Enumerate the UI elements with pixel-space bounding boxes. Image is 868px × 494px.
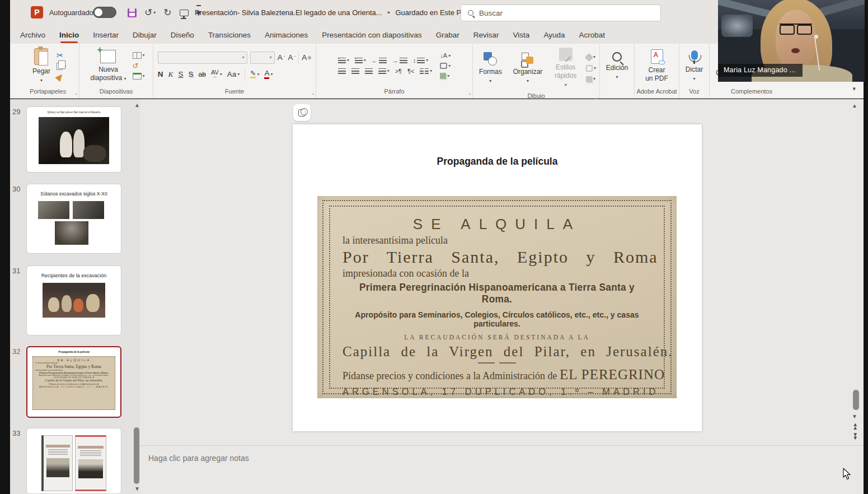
smartart-button[interactable]: ▾ bbox=[440, 73, 451, 79]
ltr-direction-button[interactable]: >¶ bbox=[395, 68, 402, 74]
line-spacing-button[interactable]: ↕▾ bbox=[413, 58, 429, 64]
decrease-indent-button[interactable]: ← bbox=[372, 58, 387, 64]
align-text-button[interactable]: ▾ bbox=[440, 63, 451, 69]
undo-button[interactable]: ↺▾ bbox=[144, 6, 156, 20]
redo-button[interactable]: ↻ bbox=[163, 6, 171, 20]
tab-revisar[interactable]: Revisar bbox=[473, 31, 499, 39]
increase-indent-button[interactable]: → bbox=[392, 58, 407, 64]
acrobat-group-label: Adobe Acrobat bbox=[635, 87, 679, 98]
shape-effects-button[interactable]: ▾ bbox=[586, 76, 596, 82]
tab-insertar[interactable]: Insertar bbox=[93, 31, 119, 39]
tab-presentacion[interactable]: Presentación con diapositivas bbox=[322, 31, 422, 39]
main-scroll-down-icon[interactable]: ▼ bbox=[852, 413, 857, 420]
shape-outline-button[interactable]: ▾ bbox=[586, 65, 596, 72]
start-presentation-button[interactable] bbox=[180, 10, 189, 16]
slide-29-thumbnail[interactable]: Sylvia y su hija Lola en San Juan en el … bbox=[26, 106, 121, 173]
parrafo-dialog-launcher[interactable]: ⌟ bbox=[468, 88, 471, 97]
tab-acrobat[interactable]: Acrobat bbox=[579, 31, 605, 39]
justify-button[interactable]: ▾ bbox=[378, 68, 390, 74]
advert-image[interactable]: SE ALQUILA la interesantísima película P… bbox=[317, 196, 677, 398]
paste-button[interactable]: Pegar ▾ bbox=[30, 46, 53, 85]
font-color-button[interactable]: A▾ bbox=[264, 69, 273, 79]
collapse-ribbon-chevron-icon[interactable]: ▾ bbox=[852, 85, 856, 92]
tab-archivo[interactable]: Archivo bbox=[20, 31, 45, 39]
autosave-toggle[interactable] bbox=[93, 7, 116, 18]
fuente-dialog-launcher[interactable]: ⌟ bbox=[312, 88, 314, 97]
main-scrollbar-thumb[interactable] bbox=[853, 390, 859, 410]
tab-animaciones[interactable]: Animaciones bbox=[265, 31, 308, 39]
document-title-text: Presentación- Silvia Baleztena.El legado… bbox=[195, 8, 382, 17]
rtl-direction-button[interactable]: ¶< bbox=[407, 68, 414, 74]
numbering-button[interactable]: ▾ bbox=[355, 58, 366, 63]
document-title[interactable]: Presentación- Silvia Baleztena.El legado… bbox=[195, 8, 473, 17]
clear-formatting-button[interactable]: A bbox=[302, 54, 311, 62]
text-shadow-button[interactable]: S bbox=[189, 70, 194, 78]
powerpoint-logo-icon[interactable]: P bbox=[31, 6, 43, 18]
search-input[interactable] bbox=[479, 9, 636, 17]
advert-line-2: la interesantísima película bbox=[342, 235, 651, 246]
underline-button[interactable]: S bbox=[179, 70, 184, 78]
reset-icon: ↺ bbox=[133, 62, 139, 69]
slide-30-thumbnail[interactable]: Sótanos excavados siglos X-XII bbox=[26, 184, 121, 254]
tab-transiciones[interactable]: Transiciones bbox=[208, 31, 251, 39]
notes-splitter[interactable] bbox=[140, 445, 864, 446]
font-size-combo[interactable]: ▾ bbox=[250, 52, 275, 64]
grow-font-button[interactable]: Aˆ bbox=[278, 54, 285, 62]
tab-inicio[interactable]: Inicio bbox=[59, 31, 79, 39]
main-scroll-up-icon[interactable]: ▲ bbox=[852, 102, 857, 109]
shrink-font-button[interactable]: Aˇ bbox=[288, 54, 295, 62]
cut-button[interactable]: ✂ bbox=[57, 51, 66, 59]
new-slide-icon bbox=[100, 50, 116, 63]
search-box[interactable] bbox=[461, 4, 661, 21]
slide-33-thumbnail[interactable] bbox=[26, 428, 121, 494]
slide-31-thumbnail[interactable]: Recipientes de la excavación bbox=[26, 265, 121, 335]
change-case-button[interactable]: Aa▾ bbox=[227, 71, 240, 78]
reset-slide-button[interactable]: ↺ bbox=[133, 62, 145, 69]
previous-slide-button[interactable]: ▲▲ bbox=[853, 423, 858, 430]
text-direction-button[interactable]: ↓A▾ bbox=[440, 53, 451, 59]
align-left-button[interactable] bbox=[338, 68, 346, 74]
portapapeles-dialog-launcher[interactable]: ⌟ bbox=[75, 88, 77, 97]
shapes-button[interactable]: Formas ▾ bbox=[476, 50, 505, 86]
slide-layout-button[interactable]: ▾ bbox=[133, 52, 145, 59]
group-edicion: Edición ▾ bbox=[600, 44, 635, 98]
slide-title-textbox[interactable]: Propaganda de la película bbox=[293, 156, 702, 167]
align-right-button[interactable] bbox=[365, 68, 373, 74]
bold-button[interactable]: N bbox=[158, 70, 163, 78]
format-painter-button[interactable] bbox=[57, 73, 66, 81]
tab-ayuda[interactable]: Ayuda bbox=[543, 31, 565, 39]
panel-scrollbar-thumb[interactable] bbox=[134, 427, 139, 484]
quick-styles-icon bbox=[559, 48, 573, 61]
title-separator: • bbox=[387, 8, 390, 17]
copilot-button[interactable] bbox=[293, 104, 311, 121]
highlight-color-button[interactable]: ✎▾ bbox=[250, 70, 259, 78]
tab-diseno[interactable]: Diseño bbox=[171, 31, 194, 39]
arrange-button[interactable]: Organizar ▾ bbox=[510, 50, 546, 86]
panel-scroll-up-icon[interactable]: ▲ bbox=[134, 102, 140, 108]
tab-dibujar[interactable]: Dibujar bbox=[133, 31, 157, 39]
shape-fill-button[interactable]: ▾ bbox=[586, 54, 596, 60]
columns-button[interactable]: ▾ bbox=[420, 68, 432, 74]
dictate-button[interactable]: Dictar ▾ bbox=[683, 49, 706, 83]
notes-placeholder[interactable]: Haga clic para agregar notas bbox=[148, 454, 249, 463]
tab-grabar[interactable]: Grabar bbox=[436, 31, 459, 39]
section-button[interactable]: ▾ bbox=[133, 73, 145, 80]
editing-button[interactable]: Edición ▾ bbox=[603, 50, 631, 82]
new-slide-button[interactable]: Nuevadiapositiva ▾ bbox=[87, 48, 129, 84]
copy-button[interactable]: ▾ bbox=[57, 63, 66, 70]
quick-styles-button[interactable]: Estilosrápidos ▾ bbox=[551, 46, 580, 90]
next-slide-button[interactable]: ▼▼ bbox=[853, 433, 858, 440]
panel-scroll-down-icon[interactable]: ▼ bbox=[134, 486, 140, 492]
italic-button[interactable]: K bbox=[168, 70, 173, 79]
slide-32-thumbnail-selected[interactable]: Propaganda de la película SE ALQUILA la … bbox=[26, 346, 121, 418]
tab-vista[interactable]: Vista bbox=[513, 31, 530, 39]
align-center-button[interactable] bbox=[351, 68, 359, 74]
slide-canvas[interactable]: Propaganda de la película SE ALQUILA la … bbox=[293, 124, 702, 431]
save-button[interactable] bbox=[128, 8, 137, 17]
font-name-combo[interactable]: ▾ bbox=[158, 52, 247, 64]
create-pdf-button[interactable]: Crearun PDF bbox=[642, 48, 671, 85]
character-spacing-button[interactable]: AV↔▾ bbox=[211, 70, 222, 78]
strikethrough-button[interactable]: ab bbox=[199, 71, 206, 78]
bullets-button[interactable]: ▾ bbox=[338, 58, 349, 63]
undo-chevron-icon[interactable]: ▾ bbox=[153, 6, 156, 20]
